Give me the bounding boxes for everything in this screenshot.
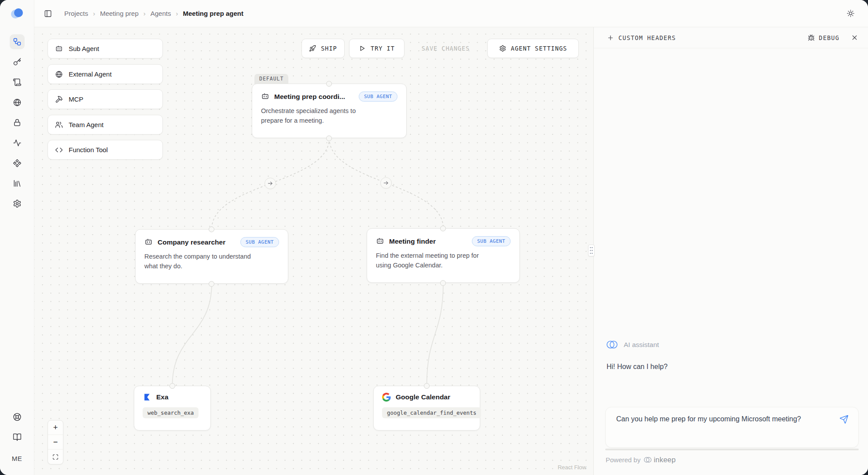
palette-item-label: External Agent bbox=[69, 70, 112, 78]
rail-item-docs[interactable] bbox=[7, 430, 27, 444]
sidebar-toggle-button[interactable] bbox=[41, 7, 55, 20]
node-handle-top[interactable] bbox=[169, 383, 175, 389]
node-meeting-finder[interactable]: Meeting finder SUB AGENT Find the extern… bbox=[367, 228, 520, 283]
sub-agent-badge: SUB AGENT bbox=[240, 237, 279, 247]
palette-item-team-agent[interactable]: Team Agent bbox=[48, 115, 163, 135]
assistant-greeting-message: Hi! How can I help? bbox=[607, 363, 668, 371]
ship-button[interactable]: SHIP bbox=[302, 39, 345, 58]
node-meeting-prep-coordinator[interactable]: Meeting prep coordi... SUB AGENT Orchest… bbox=[252, 84, 407, 138]
default-agent-tag: DEFAULT bbox=[254, 74, 288, 84]
hammer-icon bbox=[55, 95, 63, 103]
palette-item-function-tool[interactable]: Function Tool bbox=[48, 140, 163, 160]
globe-icon bbox=[13, 98, 22, 107]
rail-item-activity[interactable] bbox=[7, 133, 27, 153]
gear-icon bbox=[499, 45, 506, 52]
save-changes-label: SAVE CHANGES bbox=[422, 45, 470, 52]
node-handle-top[interactable] bbox=[440, 226, 446, 231]
gear-icon bbox=[13, 199, 22, 208]
zoom-out-button[interactable]: − bbox=[48, 435, 63, 449]
palette-item-external-agent[interactable]: External Agent bbox=[48, 64, 163, 84]
user-avatar[interactable]: ME bbox=[12, 450, 22, 466]
panel-left-icon bbox=[44, 10, 52, 18]
node-handle-bottom[interactable] bbox=[326, 135, 332, 141]
inkeep-logo bbox=[10, 7, 25, 20]
debug-button[interactable]: DEBUG bbox=[808, 34, 839, 41]
bot-icon bbox=[144, 238, 153, 246]
ship-button-label: SHIP bbox=[321, 45, 337, 52]
edge-relation-badge[interactable] bbox=[265, 178, 276, 189]
node-handle-top[interactable] bbox=[326, 81, 332, 87]
try-it-button-label: TRY IT bbox=[371, 45, 395, 52]
node-handle-top[interactable] bbox=[209, 227, 214, 232]
chat-card-divider bbox=[605, 449, 859, 450]
node-handle-top[interactable] bbox=[424, 383, 430, 389]
send-icon bbox=[839, 415, 849, 424]
rail-item-components[interactable] bbox=[7, 153, 27, 173]
rail-bottom: ME bbox=[7, 410, 27, 466]
node-description: Orchestrate specialized agents to prepar… bbox=[261, 106, 379, 126]
fit-view-button[interactable] bbox=[48, 449, 63, 464]
rail-nav bbox=[7, 32, 27, 214]
bug-icon bbox=[808, 34, 815, 41]
agent-settings-button[interactable]: AGENT SETTINGS bbox=[487, 39, 579, 58]
maximize-icon bbox=[52, 454, 59, 460]
rail-item-settings[interactable] bbox=[7, 194, 27, 214]
breadcrumb-separator: › bbox=[176, 10, 178, 17]
palette-item-label: MCP bbox=[69, 95, 83, 103]
node-handle-bottom[interactable] bbox=[209, 281, 214, 287]
node-title: Meeting finder bbox=[389, 238, 436, 245]
grip-dots-icon bbox=[589, 246, 593, 255]
node-handle-bottom[interactable] bbox=[440, 280, 446, 286]
scroll-icon bbox=[13, 78, 22, 87]
exa-logo-icon bbox=[143, 393, 151, 402]
play-icon bbox=[359, 45, 366, 52]
custom-headers-label: CUSTOM HEADERS bbox=[618, 34, 676, 41]
agent-settings-label: AGENT SETTINGS bbox=[511, 45, 567, 52]
rail-item-workflow[interactable] bbox=[7, 32, 27, 52]
users-icon bbox=[55, 121, 63, 129]
zoom-in-button[interactable]: + bbox=[48, 420, 63, 435]
theme-toggle-button[interactable] bbox=[843, 7, 857, 21]
node-google-calendar-tool[interactable]: Google Calendar google_calendar_find_eve… bbox=[373, 386, 480, 431]
rail-item-library[interactable] bbox=[7, 173, 27, 194]
workflow-icon bbox=[13, 37, 22, 46]
breadcrumb-projects[interactable]: Projects bbox=[64, 10, 88, 17]
node-title: Company researcher bbox=[158, 238, 225, 246]
palette-item-mcp[interactable]: MCP bbox=[48, 89, 163, 109]
bot-icon bbox=[261, 92, 269, 101]
send-button[interactable] bbox=[838, 413, 850, 425]
rail-item-help[interactable] bbox=[7, 410, 27, 424]
palette-item-label: Function Tool bbox=[69, 146, 108, 153]
node-exa-tool[interactable]: Exa web_search_exa bbox=[134, 386, 211, 431]
bot-icon bbox=[376, 237, 384, 245]
inkeep-logo-icon bbox=[644, 456, 652, 464]
close-icon bbox=[851, 34, 858, 41]
rail-item-security[interactable] bbox=[7, 113, 27, 133]
panel-resize-handle[interactable] bbox=[588, 245, 595, 256]
breadcrumb-agents[interactable]: Agents bbox=[151, 10, 171, 17]
breadcrumb-separator: › bbox=[143, 10, 146, 17]
close-panel-button[interactable] bbox=[851, 34, 858, 41]
flow-canvas[interactable]: Sub Agent External Agent MCP Team Agent … bbox=[34, 27, 593, 475]
breadcrumb-separator: › bbox=[93, 10, 95, 17]
react-flow-attribution[interactable]: React Flow bbox=[558, 464, 586, 471]
edge-relation-badge[interactable] bbox=[380, 177, 392, 189]
rail-item-external[interactable] bbox=[7, 92, 27, 113]
life-buoy-icon bbox=[13, 413, 22, 421]
assistant-header: AI assistant bbox=[606, 340, 659, 350]
sub-agent-badge: SUB AGENT bbox=[472, 236, 511, 246]
try-it-button[interactable]: TRY IT bbox=[349, 39, 405, 58]
save-changes-button[interactable]: SAVE CHANGES bbox=[409, 39, 482, 58]
rail-item-credentials[interactable] bbox=[7, 72, 27, 92]
chat-input[interactable]: Can you help me prep for my upcoming Mic… bbox=[616, 413, 819, 425]
custom-headers-button[interactable]: CUSTOM HEADERS bbox=[607, 34, 676, 41]
palette-item-sub-agent[interactable]: Sub Agent bbox=[48, 39, 163, 58]
rail-item-api-keys[interactable] bbox=[7, 52, 27, 72]
breadcrumb-meeting-prep[interactable]: Meeting prep bbox=[100, 10, 139, 17]
sub-agent-badge: SUB AGENT bbox=[359, 91, 397, 102]
edge-finder-gcal bbox=[427, 283, 444, 386]
palette-item-label: Sub Agent bbox=[69, 45, 99, 52]
node-company-researcher[interactable]: Company researcher SUB AGENT Research th… bbox=[135, 229, 288, 284]
app-window: ME Projects › Meeting prep › Agents › Me… bbox=[0, 0, 868, 475]
powered-by-footer[interactable]: Powered by inkeep bbox=[606, 451, 676, 468]
